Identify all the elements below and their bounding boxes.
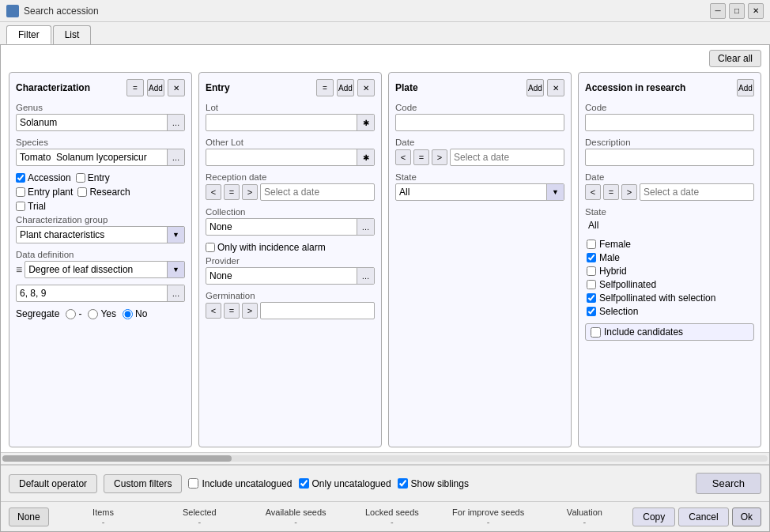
- plate-equals-btn[interactable]: =: [413, 149, 429, 165]
- female-checkbox[interactable]: [587, 240, 596, 249]
- acc-less-btn[interactable]: <: [585, 184, 601, 200]
- acc-equals-btn[interactable]: =: [603, 184, 619, 200]
- lot-spinner-btn[interactable]: ✱: [357, 115, 374, 130]
- data-def-dropdown[interactable]: Degree of leaf dissection ▼: [25, 261, 185, 278]
- main-content: Clear all Characterization = Add ✕ Genus…: [0, 44, 770, 532]
- show-siblings-checkbox[interactable]: [398, 478, 408, 489]
- reception-equals-btn[interactable]: =: [224, 184, 240, 200]
- entry-plant-checkbox[interactable]: [16, 187, 25, 197]
- include-candidates-checkbox[interactable]: [591, 327, 601, 338]
- germ-less-btn[interactable]: <: [206, 303, 221, 319]
- plate-date-input[interactable]: [451, 152, 564, 163]
- other-lot-spinner-btn[interactable]: ✱: [357, 149, 374, 165]
- entry-checkbox-item: Entry: [76, 172, 110, 183]
- maximize-btn[interactable]: □: [729, 3, 745, 19]
- germ-greater-btn[interactable]: >: [242, 303, 258, 319]
- segregate-dash-radio[interactable]: [66, 309, 76, 319]
- ok-btn[interactable]: Ok: [732, 507, 761, 526]
- collection-label: Collection: [206, 207, 375, 217]
- plate-state-dropdown[interactable]: All ▼: [395, 183, 564, 201]
- selfpollinated-checkbox-item: Selfpollinated: [587, 279, 754, 290]
- acc-greater-btn[interactable]: >: [621, 184, 637, 200]
- horizontal-scrollbar[interactable]: [1, 452, 769, 465]
- lot-input[interactable]: [206, 115, 357, 130]
- species-input[interactable]: [17, 149, 167, 165]
- selfpollinated-checkbox[interactable]: [587, 280, 596, 289]
- tab-list[interactable]: List: [53, 25, 92, 44]
- accession-add-btn[interactable]: Add: [737, 79, 754, 96]
- reception-less-btn[interactable]: <: [206, 184, 221, 200]
- values-more-btn[interactable]: …: [167, 285, 184, 301]
- selfpollinated-selection-checkbox[interactable]: [587, 293, 596, 303]
- char-add-btn[interactable]: Add: [147, 79, 164, 96]
- provider-input[interactable]: [206, 268, 357, 284]
- collection-input[interactable]: [206, 219, 357, 235]
- male-checkbox[interactable]: [587, 253, 596, 262]
- germination-input[interactable]: [261, 305, 375, 316]
- lot-input-wrapper: ✱: [206, 114, 375, 131]
- items-label: Items: [92, 507, 114, 517]
- accession-checkbox[interactable]: [16, 173, 25, 183]
- entry-checkbox[interactable]: [76, 173, 85, 183]
- plate-code-input[interactable]: [399, 117, 561, 128]
- acc-date-input[interactable]: [640, 187, 754, 198]
- entry-add-btn[interactable]: Add: [337, 79, 354, 96]
- selfpollinated-selection-checkbox-item: Selfpollinated with selection: [587, 292, 754, 304]
- genus-input[interactable]: [17, 115, 167, 130]
- collection-more-btn[interactable]: …: [357, 219, 374, 235]
- char-group-arrow[interactable]: ▼: [167, 227, 184, 243]
- only-uncatalogued-checkbox[interactable]: [299, 478, 309, 489]
- reception-greater-btn[interactable]: >: [242, 184, 258, 200]
- segregate-no-radio[interactable]: [123, 309, 133, 319]
- minimize-btn[interactable]: ─: [710, 3, 726, 19]
- species-input-wrapper: …: [16, 149, 185, 166]
- search-button[interactable]: Search: [696, 473, 761, 494]
- char-group-label: Characterization group: [16, 215, 185, 224]
- genus-more-btn[interactable]: …: [167, 115, 184, 130]
- none-btn[interactable]: None: [9, 507, 49, 526]
- plate-state-label: State: [395, 172, 564, 182]
- char-group-dropdown[interactable]: Plant characteristics ▼: [16, 226, 185, 243]
- trial-checkbox[interactable]: [16, 202, 25, 211]
- plate-state-arrow[interactable]: ▼: [546, 184, 564, 200]
- tab-filter[interactable]: Filter: [6, 25, 51, 44]
- plate-code-input-wrapper: [395, 114, 564, 131]
- research-label: Research: [89, 187, 130, 198]
- close-btn[interactable]: ✕: [748, 3, 764, 19]
- hybrid-label: Hybrid: [599, 266, 627, 277]
- plate-date-field-group: Date < = > ▦: [395, 138, 564, 166]
- plate-greater-btn[interactable]: >: [432, 149, 447, 165]
- segregate-yes-radio[interactable]: [88, 309, 98, 319]
- other-lot-input[interactable]: [206, 149, 357, 165]
- provider-more-btn[interactable]: …: [357, 268, 374, 284]
- custom-filters-btn[interactable]: Custom filters: [104, 474, 182, 493]
- show-siblings-option: Show siblings: [398, 478, 469, 489]
- data-def-arrow[interactable]: ▼: [167, 262, 184, 277]
- accession-checkbox-label: Accession: [28, 172, 71, 183]
- plate-close-btn[interactable]: ✕: [547, 79, 564, 96]
- acc-desc-field-group: Description: [585, 138, 754, 166]
- entry-equals-btn[interactable]: =: [316, 79, 334, 96]
- char-equals-btn[interactable]: =: [126, 79, 144, 96]
- default-operator-btn[interactable]: Default operator: [9, 474, 97, 493]
- acc-desc-input[interactable]: [589, 152, 750, 163]
- values-input[interactable]: [17, 285, 167, 301]
- acc-code-input[interactable]: [589, 117, 750, 128]
- include-uncatalogued-checkbox[interactable]: [188, 478, 198, 489]
- research-checkbox[interactable]: [77, 187, 87, 197]
- entry-close-btn[interactable]: ✕: [357, 79, 375, 96]
- char-close-btn[interactable]: ✕: [168, 79, 185, 96]
- plate-add-btn[interactable]: Add: [527, 79, 544, 96]
- cancel-btn[interactable]: Cancel: [678, 507, 728, 526]
- entry-panel: Entry = Add ✕ Lot ✱ Other Lot ✱: [198, 72, 382, 447]
- germ-equals-btn[interactable]: =: [224, 303, 240, 319]
- only-incidence-checkbox[interactable]: [206, 243, 215, 252]
- clear-all-button[interactable]: Clear all: [709, 50, 761, 67]
- plate-less-btn[interactable]: <: [395, 149, 411, 165]
- selection-checkbox[interactable]: [587, 307, 596, 316]
- reception-date-input[interactable]: [261, 187, 375, 198]
- copy-btn[interactable]: Copy: [632, 507, 675, 526]
- species-more-btn[interactable]: …: [167, 149, 184, 165]
- other-lot-input-wrapper: ✱: [206, 149, 375, 166]
- hybrid-checkbox[interactable]: [587, 266, 596, 276]
